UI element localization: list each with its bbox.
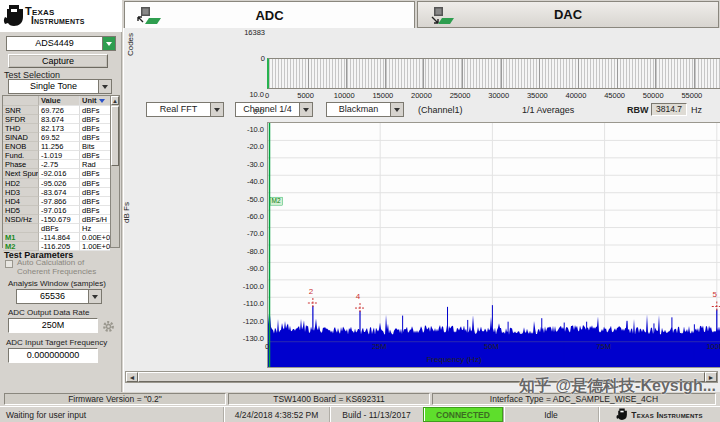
tab-dac[interactable]: DAC <box>417 1 719 28</box>
ti-bug-icon <box>3 4 25 28</box>
fft-x-axis-title: Frequency (Hz) <box>374 355 534 364</box>
y-tick: -80.0 <box>234 247 264 256</box>
table-row: HD5-97.016dBFs <box>3 206 119 215</box>
dac-board-icon <box>428 6 458 26</box>
tab-adc[interactable]: ADC <box>124 1 415 28</box>
analysis-window-label: Analysis Window (samples) <box>8 279 106 288</box>
x-tick: 75M <box>590 342 618 351</box>
test-mode-select[interactable]: Single Tone <box>8 79 112 94</box>
x-tick: 25000 <box>446 91 474 100</box>
y-tick: -40.0 <box>234 177 264 186</box>
y-tick: -100.0 <box>234 282 264 291</box>
rbw-unit: Hz <box>691 105 702 115</box>
y-tick: -90.0 <box>234 264 264 273</box>
watermark: 知乎 @是德科技-Keysigh... <box>519 376 716 397</box>
capture-button[interactable]: Capture <box>8 54 108 68</box>
device-select[interactable]: ADS4449 <box>6 36 116 51</box>
chevron-down-icon <box>98 79 112 94</box>
adc-output-rate-label: ADC Output Data Rate <box>8 308 89 317</box>
connection-status-badge: CONNECTED <box>423 407 503 422</box>
x-tick: 15000 <box>369 91 397 100</box>
stats-table-scrollbar[interactable]: ▲ <box>110 96 119 247</box>
window-value: Blackman <box>326 102 390 117</box>
gridline <box>423 59 424 88</box>
build-version: Build - 11/13/2017 <box>329 407 423 422</box>
x-tick: 35000 <box>523 91 551 100</box>
stats-table: ValueUnitSNR69.726dBFsSFDR83.674dBFsTHD8… <box>2 95 120 248</box>
status-message: Waiting for user input <box>0 407 223 422</box>
auto-calc-checkbox[interactable] <box>5 260 13 268</box>
fft-type-select[interactable]: Real FFT <box>146 102 224 117</box>
x-tick: 20000 <box>407 91 435 100</box>
fft-chart[interactable]: 2453Spu1 (119.9M2 <box>267 122 720 368</box>
scroll-left-icon[interactable]: ◄ <box>126 372 138 382</box>
stats-table-header: ValueUnit <box>3 96 119 106</box>
gridline <box>462 59 463 88</box>
table-row: NSD/Hz-150.679dBFs/H <box>3 215 119 224</box>
ti-footer-logo: Texas Instruments <box>598 407 720 422</box>
analysis-window-select[interactable]: 65536 <box>16 289 102 304</box>
gridline <box>308 59 309 88</box>
ti-bug-icon <box>616 408 628 421</box>
sidebar: Texas Instruments ADS4449 Capture Test S… <box>0 0 122 392</box>
table-row: dBFsHz <box>3 224 119 233</box>
codes-axis-label: Codes <box>126 33 135 56</box>
x-tick: 40000 <box>562 91 590 100</box>
gear-icon[interactable] <box>102 320 115 333</box>
gridline <box>617 59 618 88</box>
scroll-thumb[interactable] <box>111 106 119 166</box>
adc-board-icon <box>135 6 165 26</box>
codes-ymax-tick: 16383 <box>241 28 265 37</box>
x-tick: 50M <box>477 342 505 351</box>
x-tick: 0 <box>265 342 293 351</box>
adc-output-rate-input[interactable]: 250M <box>8 318 98 333</box>
rbw-label: RBW <box>627 105 649 115</box>
chevron-down-icon <box>210 102 224 117</box>
codes-chart[interactable] <box>267 58 720 89</box>
datetime: 4/24/2018 4:38:52 PM <box>223 407 329 422</box>
x-tick: 50000 <box>639 91 667 100</box>
firmware-version: Firmware Version = "0.2" <box>4 393 226 405</box>
x-tick: 30000 <box>485 91 513 100</box>
scroll-up-icon[interactable]: ▲ <box>111 96 119 105</box>
filter-icon[interactable] <box>99 99 105 103</box>
fft-toolbar: Real FFT Channel 1/4 Blackman (Channel1)… <box>124 100 720 120</box>
y-tick: -110.0 <box>234 299 264 308</box>
y-tick: 0.0 <box>234 107 264 116</box>
svg-text:M2: M2 <box>272 197 281 204</box>
table-row: Fund.-1.019dBFs <box>3 151 119 160</box>
gridline <box>655 59 656 88</box>
y-tick: -20.0 <box>234 142 264 151</box>
averages-label: 1/1 Averages <box>522 105 574 115</box>
channel-note: (Channel1) <box>418 105 463 115</box>
y-tick: -70.0 <box>234 229 264 238</box>
table-row: M1-114.8640.00E+0 <box>3 233 119 242</box>
y-tick: 10.0 <box>234 90 264 99</box>
ti-logo: Texas Instruments <box>0 0 122 32</box>
y-tick: -60.0 <box>234 212 264 221</box>
rbw-value: 3814.7 <box>651 103 687 116</box>
x-tick: 55000 <box>678 91 706 100</box>
table-row: ENOB11.256Bits <box>3 142 119 151</box>
chevron-down-icon <box>299 102 313 117</box>
table-row: SFDR83.674dBFs <box>3 115 119 124</box>
table-row: SINAD69.52dBFs <box>3 133 119 142</box>
gridline <box>694 59 695 88</box>
gridline <box>501 59 502 88</box>
adc-input-freq-input[interactable]: 0.000000000 <box>8 348 98 363</box>
device-load-icon[interactable] <box>102 36 116 51</box>
fft-type-value: Real FFT <box>146 102 210 117</box>
x-tick: 10000 <box>330 91 358 100</box>
svg-text:5: 5 <box>713 290 718 299</box>
window-select[interactable]: Blackman <box>326 102 404 117</box>
x-tick: 100M <box>702 342 720 351</box>
auto-calc-label: Auto Calculation of Coherent Frequencies <box>17 258 96 276</box>
hsdc-pro-window: Texas Instruments ADS4449 Capture Test S… <box>0 0 720 422</box>
activity-state: Idle <box>503 407 598 422</box>
gridline <box>346 59 347 88</box>
fft-trace: 2453Spu1 (119.9M2 <box>268 123 720 367</box>
device-select-value: ADS4449 <box>6 36 102 51</box>
x-tick: 5000 <box>292 91 320 100</box>
board-id: TSW1400 Board = KS692311 <box>228 393 430 405</box>
table-row: THD82.173dBFs <box>3 124 119 133</box>
